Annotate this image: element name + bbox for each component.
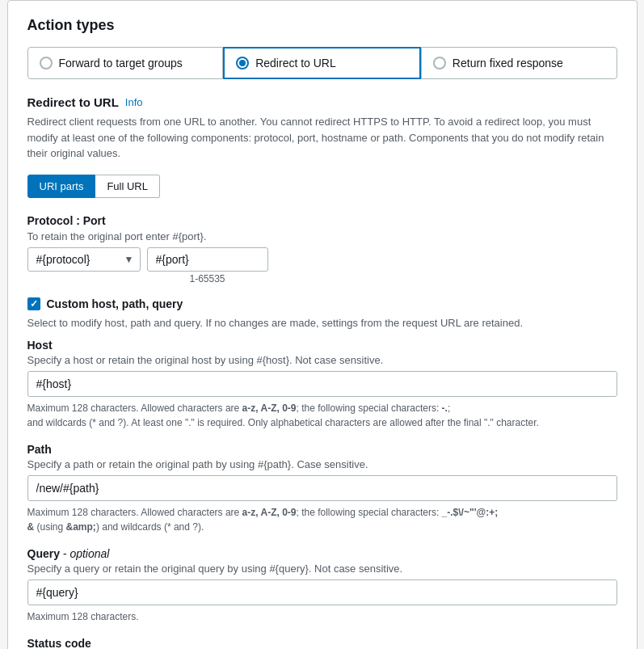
- query-input[interactable]: [27, 579, 617, 605]
- tab-row: URI parts Full URL: [27, 175, 617, 198]
- status-code-label: Status code: [27, 637, 617, 650]
- redirect-section-title: Redirect to URL: [27, 95, 119, 109]
- host-note: Maximum 128 characters. Allowed characte…: [27, 401, 617, 430]
- host-section: Host Specify a host or retain the origin…: [27, 339, 617, 430]
- host-label: Host: [27, 339, 617, 352]
- action-redirect[interactable]: Redirect to URL: [223, 47, 421, 79]
- radio-forward: [40, 57, 53, 70]
- custom-host-label: Custom host, path, query: [47, 297, 183, 310]
- path-note: Maximum 128 characters. Allowed characte…: [27, 505, 617, 534]
- tab-uri-parts[interactable]: URI parts: [27, 175, 96, 198]
- protocol-port-label: Protocol : Port: [27, 214, 617, 227]
- path-label: Path: [27, 443, 617, 456]
- action-redirect-label: Redirect to URL: [255, 57, 336, 70]
- path-input[interactable]: [27, 475, 617, 501]
- info-link[interactable]: Info: [125, 96, 143, 108]
- action-fixed[interactable]: Return fixed response: [421, 47, 617, 79]
- page-title: Action types: [27, 17, 617, 34]
- custom-host-checkbox[interactable]: [27, 297, 40, 310]
- protocol-port-row: #{protocol} HTTP HTTPS ▼ 1-65535: [27, 247, 617, 284]
- port-range-label: 1-65535: [147, 273, 268, 284]
- path-hint: Specify a path or retain the original pa…: [27, 458, 617, 470]
- radio-fixed: [433, 57, 446, 70]
- query-section: Query - optional Specify a query or reta…: [27, 547, 617, 624]
- action-fixed-label: Return fixed response: [452, 57, 563, 70]
- action-types-card: Action types Forward to target groups Re…: [7, 0, 638, 649]
- query-optional-label: - optional: [63, 547, 110, 560]
- redirect-header: Redirect to URL Info: [27, 95, 617, 109]
- radio-redirect: [236, 57, 249, 70]
- host-hint: Specify a host or retain the original ho…: [27, 354, 617, 366]
- protocol-select[interactable]: #{protocol} HTTP HTTPS: [27, 247, 141, 272]
- custom-host-checkbox-row[interactable]: Custom host, path, query: [27, 297, 617, 310]
- action-forward-label: Forward to target groups: [59, 57, 183, 70]
- action-forward[interactable]: Forward to target groups: [27, 47, 224, 79]
- query-label: Query - optional: [27, 547, 617, 560]
- path-section: Path Specify a path or retain the origin…: [27, 443, 617, 534]
- status-code-section: Status code 301 - Permanently moved 302 …: [27, 637, 617, 650]
- query-hint: Specify a query or retain the original q…: [27, 563, 617, 575]
- protocol-port-group: Protocol : Port To retain the original p…: [27, 214, 617, 284]
- action-types-row: Forward to target groups Redirect to URL…: [27, 47, 617, 79]
- redirect-description: Redirect client requests from one URL to…: [27, 114, 617, 162]
- host-input[interactable]: [27, 371, 617, 397]
- port-input[interactable]: [147, 247, 268, 272]
- protocol-port-hint: To retain the original port enter #{port…: [27, 230, 617, 242]
- custom-host-desc: Select to modify host, path and query. I…: [27, 317, 617, 329]
- protocol-select-wrapper: #{protocol} HTTP HTTPS ▼: [27, 247, 141, 272]
- tab-full-url[interactable]: Full URL: [95, 175, 160, 198]
- port-wrapper: 1-65535: [147, 247, 268, 284]
- query-note: Maximum 128 characters.: [27, 609, 617, 624]
